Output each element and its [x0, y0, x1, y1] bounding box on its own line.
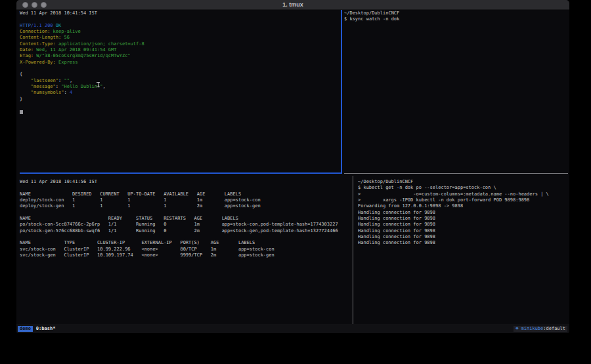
output-line: Handling connection for 9898	[358, 210, 567, 216]
window-titlebar: 1. tmux	[16, 0, 569, 10]
http-header: ETag: W/"38-05coCsrg3mQ75sHr1d/qcMTwYZc"	[20, 53, 340, 59]
json-brace-close: }	[20, 96, 340, 102]
http-header: Connection: keep-alive	[20, 29, 340, 35]
command-continuation: > -o=custom-columns=:metadata.name --no-…	[358, 192, 567, 197]
deploy-table-header: NAME DESIRED CURRENT UP-TO-DATE AVAILABL…	[20, 192, 351, 197]
cwd: ~/Desktop/DublinCNCF	[358, 179, 567, 185]
terminal-window: 1. tmux Wed 11 Apr 2018 10:41:54 IST HTT…	[16, 0, 569, 333]
output-line: Handling connection for 9898	[358, 216, 567, 222]
http-header: Content-Type: application/json; charset=…	[20, 41, 340, 47]
command-continuation: > xargs -IPOD kubectl -n dok port-forwar…	[358, 197, 567, 203]
cwd: ~/Desktop/DublinCNCF	[344, 10, 566, 16]
output-line: Handling connection for 9898	[358, 234, 567, 240]
pane-divider-vertical-bottom[interactable]	[353, 176, 353, 324]
table-row: svc/stock-gen ClusterIP 10.109.197.74 <n…	[20, 253, 351, 258]
json-entry: "lastseen": "",	[20, 78, 340, 84]
tmux-content: Wed 11 Apr 2018 10:41:54 IST HTTP/1.1 20…	[16, 10, 569, 324]
output-line: Handling connection for 9898	[358, 222, 567, 228]
tmux-status-bar: demo 0:bash* ☸ minikube:default	[16, 324, 569, 333]
table-row: svc/stock-con ClusterIP 10.99.222.96 <no…	[20, 247, 351, 253]
terminal-block-cursor	[20, 110, 23, 114]
timestamp: Wed 11 Apr 2018 10:41:56 IST	[20, 179, 351, 185]
http-header: Content-Length: 56	[20, 35, 340, 41]
kube-namespace: :default	[543, 326, 565, 331]
pane-ksync[interactable]: ~/Desktop/DublinCNCF $ ksync watch -n do…	[344, 10, 566, 23]
output-line: Forwarding from 127.0.0.1:9898 -> 9898	[358, 203, 567, 209]
table-row: deploy/stock-gen 1 1 1 1 2m app=stock-ge…	[20, 203, 351, 209]
window-title: 1. tmux	[16, 1, 569, 8]
command: $ ksync watch -n dok	[344, 16, 566, 22]
table-row: po/stock-con-5cc874766c-2p6rp 1/1 Runnin…	[20, 222, 351, 228]
json-brace-open: {	[20, 71, 340, 77]
pod-table-header: NAME READY STATUS RESTARTS AGE LABELS	[20, 216, 351, 222]
pane-http-response[interactable]: Wed 11 Apr 2018 10:41:54 IST HTTP/1.1 20…	[20, 10, 340, 102]
timestamp: Wed 11 Apr 2018 10:41:54 IST	[20, 10, 340, 16]
tmux-session-badge: demo	[18, 326, 33, 332]
kube-context: minikube	[518, 326, 543, 331]
pane-divider-vertical-top[interactable]	[341, 10, 342, 174]
http-status-line: HTTP/1.1 200 OK	[20, 23, 340, 29]
table-row: deploy/stock-con 1 1 1 1 1m app=stock-co…	[20, 197, 351, 203]
pane-port-forward[interactable]: ~/Desktop/DublinCNCF $ kubectl get -n do…	[358, 179, 567, 247]
pane-divider-horizontal-right[interactable]	[344, 173, 568, 174]
table-row: po/stock-gen-576cc688bb-swqf6 1/1 Runnin…	[20, 228, 351, 234]
pane-divider-horizontal-left[interactable]	[20, 172, 341, 174]
pane-kubectl-resources[interactable]: Wed 11 Apr 2018 10:41:56 IST NAME DESIRE…	[20, 179, 351, 258]
command: $ kubectl get -n dok po --selector=app=s…	[358, 185, 567, 191]
tmux-window-tab[interactable]: 0:bash*	[36, 326, 56, 331]
output-line: Handling connection for 9898	[358, 240, 567, 246]
json-entry: "numsymbols": 4	[20, 90, 340, 96]
output-line: Handling connection for 9898	[358, 228, 567, 234]
svc-table-header: NAME TYPE CLUSTER-IP EXTERNAL-IP PORT(S)…	[20, 240, 351, 246]
kube-context-indicator: ☸ minikube:default	[514, 326, 567, 332]
json-entry: "message": "Hello Dublin!",	[20, 84, 340, 90]
ibeam-mouse-cursor-icon	[97, 82, 100, 88]
http-header: X-Powered-By: Express	[20, 60, 340, 66]
http-header: Date: Wed, 11 Apr 2018 09:41:54 GMT	[20, 47, 340, 53]
